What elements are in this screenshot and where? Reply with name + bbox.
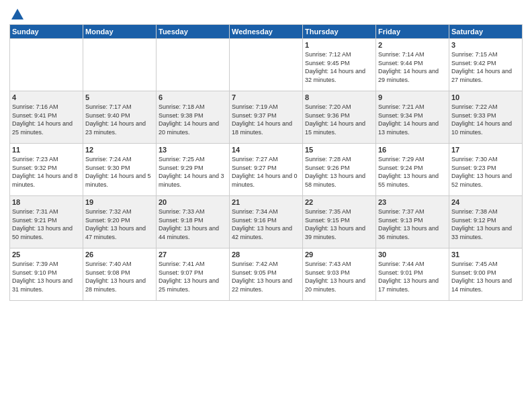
day-number: 16: [378, 146, 447, 154]
day-number: 1: [305, 41, 373, 49]
day-info: Sunrise: 7:43 AM Sunset: 9:03 PM Dayligh…: [305, 260, 373, 293]
day-info: Sunrise: 7:16 AM Sunset: 9:41 PM Dayligh…: [12, 103, 81, 136]
daylight-label: Daylight: 14 hours and 15 minutes.: [305, 120, 365, 136]
calendar-cell: 17 Sunrise: 7:30 AM Sunset: 9:23 PM Dayl…: [449, 144, 523, 196]
calendar-header-row: SundayMondayTuesdayWednesdayThursdayFrid…: [10, 25, 523, 39]
page: SundayMondayTuesdayWednesdayThursdayFrid…: [0, 0, 532, 411]
day-info: Sunrise: 7:30 AM Sunset: 9:23 PM Dayligh…: [451, 155, 520, 189]
daylight-label: Daylight: 13 hours and 44 minutes.: [159, 225, 219, 240]
daylight-label: Daylight: 14 hours and 13 minutes.: [378, 120, 439, 136]
sunrise-label: Sunrise: 7:40 AM: [85, 261, 132, 267]
sunset-label: Sunset: 9:07 PM: [159, 269, 204, 276]
daylight-label: Daylight: 14 hours and 32 minutes.: [305, 68, 365, 83]
calendar-cell: [230, 39, 303, 91]
day-number: 17: [451, 146, 520, 154]
sunrise-label: Sunrise: 7:38 AM: [451, 208, 498, 215]
sunrise-label: Sunrise: 7:23 AM: [12, 156, 58, 163]
day-number: 15: [305, 146, 373, 154]
sunrise-label: Sunrise: 7:30 AM: [451, 156, 498, 163]
weekday-header: Monday: [83, 25, 157, 39]
sunrise-label: Sunrise: 7:17 AM: [85, 103, 132, 110]
day-info: Sunrise: 7:23 AM Sunset: 9:32 PM Dayligh…: [12, 155, 81, 189]
sunrise-label: Sunrise: 7:19 AM: [232, 103, 278, 110]
sunset-label: Sunset: 9:03 PM: [305, 269, 350, 276]
calendar-cell: 21 Sunrise: 7:34 AM Sunset: 9:16 PM Dayl…: [230, 196, 303, 248]
calendar-cell: 2 Sunrise: 7:14 AM Sunset: 9:44 PM Dayli…: [376, 39, 449, 91]
sunrise-label: Sunrise: 7:16 AM: [12, 103, 58, 110]
day-number: 22: [305, 198, 373, 206]
daylight-label: Daylight: 13 hours and 39 minutes.: [305, 225, 365, 240]
calendar-cell: 1 Sunrise: 7:12 AM Sunset: 9:45 PM Dayli…: [303, 39, 376, 91]
sunset-label: Sunset: 9:15 PM: [305, 217, 350, 224]
day-info: Sunrise: 7:24 AM Sunset: 9:30 PM Dayligh…: [85, 155, 154, 189]
calendar-cell: 28 Sunrise: 7:42 AM Sunset: 9:05 PM Dayl…: [230, 248, 303, 301]
day-info: Sunrise: 7:45 AM Sunset: 9:00 PM Dayligh…: [451, 260, 520, 293]
sunset-label: Sunset: 9:23 PM: [451, 165, 496, 171]
calendar-cell: 25 Sunrise: 7:39 AM Sunset: 9:10 PM Dayl…: [10, 248, 83, 301]
daylight-label: Daylight: 14 hours and 0 minutes.: [232, 173, 298, 188]
sunset-label: Sunset: 9:36 PM: [305, 112, 350, 119]
day-info: Sunrise: 7:37 AM Sunset: 9:13 PM Dayligh…: [378, 208, 447, 241]
sunset-label: Sunset: 9:21 PM: [12, 217, 57, 224]
daylight-label: Daylight: 13 hours and 14 minutes.: [451, 277, 512, 293]
day-info: Sunrise: 7:41 AM Sunset: 9:07 PM Dayligh…: [159, 260, 227, 293]
day-number: 11: [12, 146, 81, 154]
weekday-header: Thursday: [303, 25, 376, 39]
calendar-cell: 31 Sunrise: 7:45 AM Sunset: 9:00 PM Dayl…: [449, 248, 523, 301]
daylight-label: Daylight: 14 hours and 20 minutes.: [159, 120, 219, 136]
sunrise-label: Sunrise: 7:41 AM: [159, 261, 205, 267]
calendar-cell: [10, 39, 83, 91]
day-info: Sunrise: 7:15 AM Sunset: 9:42 PM Dayligh…: [451, 50, 520, 84]
weekday-header: Sunday: [10, 25, 83, 39]
day-info: Sunrise: 7:28 AM Sunset: 9:26 PM Dayligh…: [305, 155, 373, 189]
sunset-label: Sunset: 9:18 PM: [159, 217, 204, 224]
day-info: Sunrise: 7:14 AM Sunset: 9:44 PM Dayligh…: [378, 50, 447, 84]
day-info: Sunrise: 7:21 AM Sunset: 9:34 PM Dayligh…: [378, 103, 447, 136]
calendar-cell: 6 Sunrise: 7:18 AM Sunset: 9:38 PM Dayli…: [157, 91, 230, 144]
daylight-label: Daylight: 13 hours and 50 minutes.: [12, 225, 73, 240]
daylight-label: Daylight: 13 hours and 25 minutes.: [159, 277, 219, 293]
sunset-label: Sunset: 9:38 PM: [159, 112, 204, 119]
calendar-cell: 24 Sunrise: 7:38 AM Sunset: 9:12 PM Dayl…: [449, 196, 523, 248]
sunset-label: Sunset: 9:29 PM: [159, 165, 204, 171]
day-info: Sunrise: 7:32 AM Sunset: 9:20 PM Dayligh…: [85, 208, 154, 241]
calendar-row: 4 Sunrise: 7:16 AM Sunset: 9:41 PM Dayli…: [10, 91, 523, 144]
day-number: 7: [232, 93, 300, 101]
sunrise-label: Sunrise: 7:20 AM: [305, 103, 351, 110]
day-info: Sunrise: 7:22 AM Sunset: 9:33 PM Dayligh…: [451, 103, 520, 136]
sunrise-label: Sunrise: 7:45 AM: [451, 261, 498, 267]
calendar-cell: 14 Sunrise: 7:27 AM Sunset: 9:27 PM Dayl…: [230, 144, 303, 196]
day-info: Sunrise: 7:35 AM Sunset: 9:15 PM Dayligh…: [305, 208, 373, 241]
calendar-cell: 18 Sunrise: 7:31 AM Sunset: 9:21 PM Dayl…: [10, 196, 83, 248]
sunrise-label: Sunrise: 7:35 AM: [305, 208, 351, 215]
day-number: 9: [378, 93, 447, 101]
calendar-cell: 9 Sunrise: 7:21 AM Sunset: 9:34 PM Dayli…: [376, 91, 449, 144]
day-number: 25: [12, 250, 81, 259]
calendar-row: 25 Sunrise: 7:39 AM Sunset: 9:10 PM Dayl…: [10, 248, 523, 301]
daylight-label: Daylight: 13 hours and 28 minutes.: [85, 277, 146, 293]
calendar-cell: 15 Sunrise: 7:28 AM Sunset: 9:26 PM Dayl…: [303, 144, 376, 196]
daylight-label: Daylight: 13 hours and 31 minutes.: [12, 277, 73, 293]
sunrise-label: Sunrise: 7:21 AM: [378, 103, 425, 110]
day-info: Sunrise: 7:38 AM Sunset: 9:12 PM Dayligh…: [451, 208, 520, 241]
calendar-row: 18 Sunrise: 7:31 AM Sunset: 9:21 PM Dayl…: [10, 196, 523, 248]
day-number: 23: [378, 198, 447, 206]
sunset-label: Sunset: 9:42 PM: [451, 60, 496, 66]
sunset-label: Sunset: 9:12 PM: [451, 217, 496, 224]
calendar-cell: 23 Sunrise: 7:37 AM Sunset: 9:13 PM Dayl…: [376, 196, 449, 248]
day-number: 8: [305, 93, 373, 101]
sunset-label: Sunset: 9:37 PM: [232, 112, 277, 119]
daylight-label: Daylight: 13 hours and 58 minutes.: [305, 173, 365, 188]
daylight-label: Daylight: 13 hours and 33 minutes.: [451, 225, 512, 240]
sunset-label: Sunset: 9:32 PM: [12, 165, 57, 171]
sunrise-label: Sunrise: 7:29 AM: [378, 156, 425, 163]
daylight-label: Daylight: 14 hours and 5 minutes.: [85, 173, 151, 188]
day-info: Sunrise: 7:34 AM Sunset: 9:16 PM Dayligh…: [232, 208, 300, 241]
calendar-cell: 26 Sunrise: 7:40 AM Sunset: 9:08 PM Dayl…: [83, 248, 157, 301]
svg-marker-0: [11, 9, 24, 19]
day-number: 31: [451, 250, 520, 259]
sunrise-label: Sunrise: 7:15 AM: [451, 51, 498, 58]
day-info: Sunrise: 7:29 AM Sunset: 9:24 PM Dayligh…: [378, 155, 447, 189]
sunset-label: Sunset: 9:33 PM: [451, 112, 496, 119]
sunrise-label: Sunrise: 7:25 AM: [159, 156, 205, 163]
